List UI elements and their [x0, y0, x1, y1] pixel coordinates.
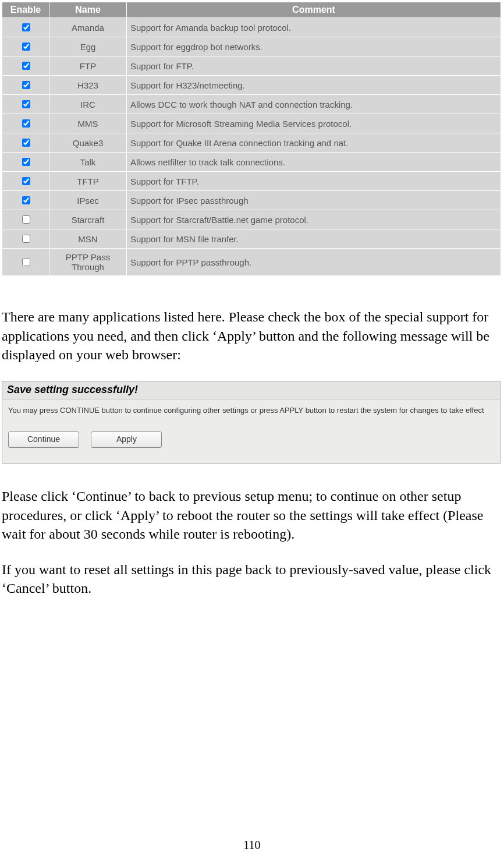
table-row: TalkAllows netfilter to track talk conne…: [2, 153, 501, 172]
enable-cell: [2, 191, 49, 210]
enable-cell: [2, 56, 49, 76]
enable-checkbox[interactable]: [22, 158, 30, 166]
name-cell: MMS: [49, 114, 127, 133]
table-row: MMSSupport for Microsoft Streaming Media…: [2, 114, 501, 133]
enable-cell: [2, 249, 49, 276]
comment-cell: Support for Quake III Arena connection t…: [127, 133, 501, 153]
enable-cell: [2, 153, 49, 172]
page-number: 110: [0, 839, 504, 852]
enable-checkbox[interactable]: [22, 139, 30, 147]
name-cell: TFTP: [49, 172, 127, 191]
header-comment: Comment: [127, 2, 501, 18]
table-row: EggSupport for eggdrop bot networks.: [2, 37, 501, 56]
name-cell: PPTP Pass Through: [49, 249, 127, 276]
comment-cell: Support for FTP.: [127, 56, 501, 76]
alg-table: Enable Name Comment AmandaSupport for Am…: [2, 2, 501, 276]
table-row: StarcraftSupport for Starcraft/Battle.ne…: [2, 210, 501, 229]
comment-cell: Support for Starcraft/Battle.net game pr…: [127, 210, 501, 229]
enable-checkbox[interactable]: [22, 215, 30, 224]
comment-cell: Allows netfilter to track talk connectio…: [127, 153, 501, 172]
continue-button[interactable]: Continue: [8, 432, 79, 448]
enable-cell: [2, 37, 49, 56]
name-cell: IRC: [49, 95, 127, 114]
table-row: PPTP Pass ThroughSupport for PPTP passth…: [2, 249, 501, 276]
enable-checkbox[interactable]: [22, 119, 30, 128]
paragraph-cancel: If you want to reset all settings in thi…: [2, 560, 498, 598]
comment-cell: Support for PPTP passthrough.: [127, 249, 501, 276]
name-cell: Talk: [49, 153, 127, 172]
table-row: Quake3Support for Quake III Arena connec…: [2, 133, 501, 153]
table-row: TFTPSupport for TFTP.: [2, 172, 501, 191]
dialog-message: You may press CONTINUE button to continu…: [2, 400, 500, 432]
comment-cell: Support for eggdrop bot networks.: [127, 37, 501, 56]
enable-checkbox[interactable]: [22, 81, 30, 89]
comment-cell: Support for TFTP.: [127, 172, 501, 191]
comment-cell: Support for MSN file tranfer.: [127, 229, 501, 249]
name-cell: Quake3: [49, 133, 127, 153]
enable-cell: [2, 133, 49, 153]
table-row: FTPSupport for FTP.: [2, 56, 501, 76]
enable-checkbox[interactable]: [22, 235, 30, 243]
comment-cell: Support for Microsoft Streaming Media Se…: [127, 114, 501, 133]
table-row: IPsecSupport for IPsec passthrough: [2, 191, 501, 210]
enable-checkbox[interactable]: [22, 62, 30, 70]
enable-checkbox[interactable]: [22, 23, 30, 31]
paragraph-intro: There are many applications listed here.…: [2, 307, 498, 364]
enable-cell: [2, 210, 49, 229]
comment-cell: Support for Amanda backup tool protocol.: [127, 18, 501, 37]
name-cell: FTP: [49, 56, 127, 76]
header-enable: Enable: [2, 2, 49, 18]
paragraph-continue: Please click ‘Continue’ to back to previ…: [2, 487, 498, 543]
enable-cell: [2, 172, 49, 191]
enable-cell: [2, 18, 49, 37]
enable-cell: [2, 114, 49, 133]
name-cell: H323: [49, 76, 127, 95]
name-cell: Amanda: [49, 18, 127, 37]
table-row: AmandaSupport for Amanda backup tool pro…: [2, 18, 501, 37]
enable-checkbox[interactable]: [22, 177, 30, 185]
table-row: MSNSupport for MSN file tranfer.: [2, 229, 501, 249]
dialog-title: Save setting successfully!: [2, 381, 500, 400]
enable-cell: [2, 229, 49, 249]
table-row: IRCAllows DCC to work though NAT and con…: [2, 95, 501, 114]
enable-checkbox[interactable]: [22, 258, 30, 266]
name-cell: Starcraft: [49, 210, 127, 229]
enable-cell: [2, 95, 49, 114]
name-cell: IPsec: [49, 191, 127, 210]
enable-checkbox[interactable]: [22, 196, 30, 204]
save-dialog: Save setting successfully! You may press…: [2, 381, 501, 464]
header-name: Name: [49, 2, 127, 18]
comment-cell: Allows DCC to work though NAT and connec…: [127, 95, 501, 114]
comment-cell: Support for IPsec passthrough: [127, 191, 501, 210]
apply-button[interactable]: Apply: [91, 432, 162, 448]
enable-cell: [2, 76, 49, 95]
table-row: H323Support for H323/netmeeting.: [2, 76, 501, 95]
comment-cell: Support for H323/netmeeting.: [127, 76, 501, 95]
name-cell: Egg: [49, 37, 127, 56]
enable-checkbox[interactable]: [22, 43, 30, 51]
name-cell: MSN: [49, 229, 127, 249]
enable-checkbox[interactable]: [22, 100, 30, 108]
